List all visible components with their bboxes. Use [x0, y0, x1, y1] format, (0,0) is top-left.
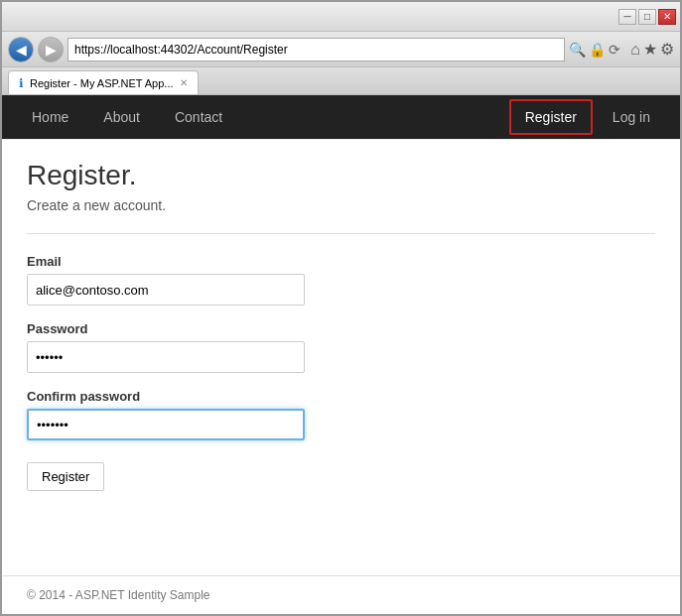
search-icon[interactable]: 🔍 — [569, 42, 586, 58]
confirm-password-input[interactable] — [27, 409, 305, 440]
forward-icon: ▶ — [46, 42, 57, 58]
page-footer: © 2014 - ASP.NET Identity Sample — [2, 575, 680, 614]
tab-close-button[interactable]: ✕ — [180, 77, 188, 88]
password-label: Password — [27, 321, 655, 336]
navigation-bar: Home About Contact Register Log in — [2, 95, 680, 139]
address-bar-icons: 🔍 🔒 ⟳ — [569, 42, 620, 58]
address-bar-row: ◀ ▶ 🔍 🔒 ⟳ ⌂ ★ ⚙ — [2, 32, 680, 67]
email-group: Email — [27, 254, 655, 306]
register-button[interactable]: Register — [27, 462, 104, 491]
page-title: Register. — [27, 160, 655, 191]
minimize-button[interactable]: ─ — [618, 9, 636, 25]
browser-window: ─ □ ✕ ◀ ▶ 🔍 🔒 ⟳ ⌂ ★ ⚙ ℹ Register - My AS… — [0, 0, 682, 616]
nav-home[interactable]: Home — [17, 99, 83, 135]
restore-button[interactable]: □ — [638, 9, 656, 25]
refresh-icon[interactable]: ⟳ — [609, 42, 620, 58]
forward-button[interactable]: ▶ — [38, 37, 64, 62]
close-button[interactable]: ✕ — [658, 9, 676, 25]
active-tab[interactable]: ℹ Register - My ASP.NET App... ✕ — [8, 70, 199, 94]
lock-icon: 🔒 — [589, 42, 606, 58]
page-content: Home About Contact Register Log in Regis… — [2, 95, 680, 614]
back-icon: ◀ — [16, 42, 27, 58]
address-input[interactable] — [68, 38, 565, 62]
footer-text: © 2014 - ASP.NET Identity Sample — [27, 588, 210, 602]
email-input[interactable] — [27, 274, 305, 306]
tab-favicon: ℹ — [19, 76, 24, 90]
password-group: Password — [27, 321, 655, 373]
nav-login[interactable]: Log in — [598, 99, 665, 135]
nav-register[interactable]: Register — [509, 99, 593, 135]
password-input[interactable] — [27, 341, 305, 373]
nav-contact[interactable]: Contact — [160, 99, 237, 135]
main-content: Register. Create a new account. Email Pa… — [2, 139, 680, 575]
settings-icon[interactable]: ⚙ — [660, 40, 674, 59]
favorites-icon[interactable]: ★ — [643, 40, 657, 59]
home-icon[interactable]: ⌂ — [630, 41, 640, 59]
back-button[interactable]: ◀ — [8, 37, 34, 62]
email-label: Email — [27, 254, 655, 269]
title-bar: ─ □ ✕ — [2, 2, 680, 32]
confirm-password-group: Confirm password — [27, 389, 655, 440]
confirm-password-label: Confirm password — [27, 389, 655, 404]
tab-label: Register - My ASP.NET App... — [30, 77, 174, 89]
tab-bar: ℹ Register - My ASP.NET App... ✕ — [2, 67, 680, 95]
title-bar-buttons: ─ □ ✕ — [618, 9, 676, 25]
nav-about[interactable]: About — [88, 99, 155, 135]
page-subtitle: Create a new account. — [27, 197, 655, 213]
content-divider — [27, 233, 655, 234]
toolbar-icons: ⌂ ★ ⚙ — [630, 40, 674, 59]
